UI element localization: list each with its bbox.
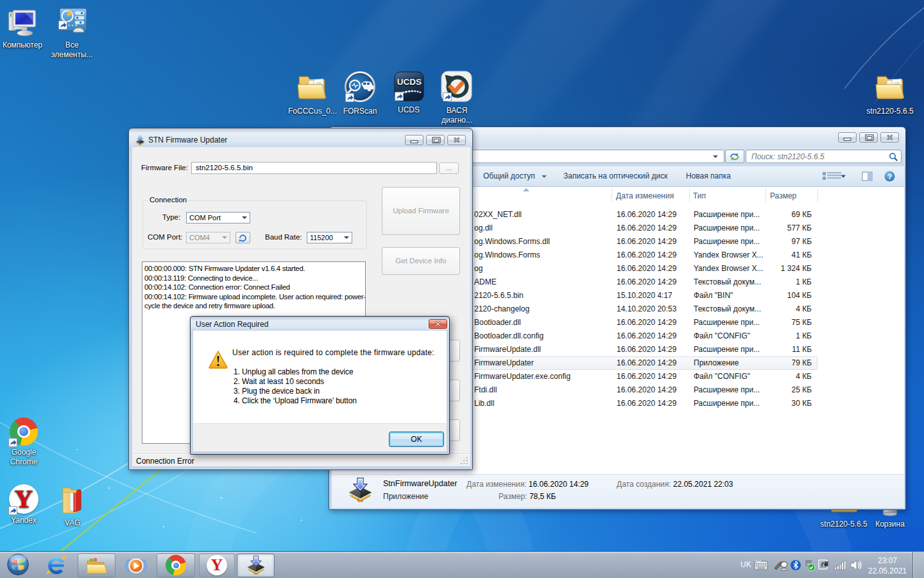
- svg-text:?: ?: [887, 173, 892, 180]
- svg-text:UCDS: UCDS: [397, 77, 421, 87]
